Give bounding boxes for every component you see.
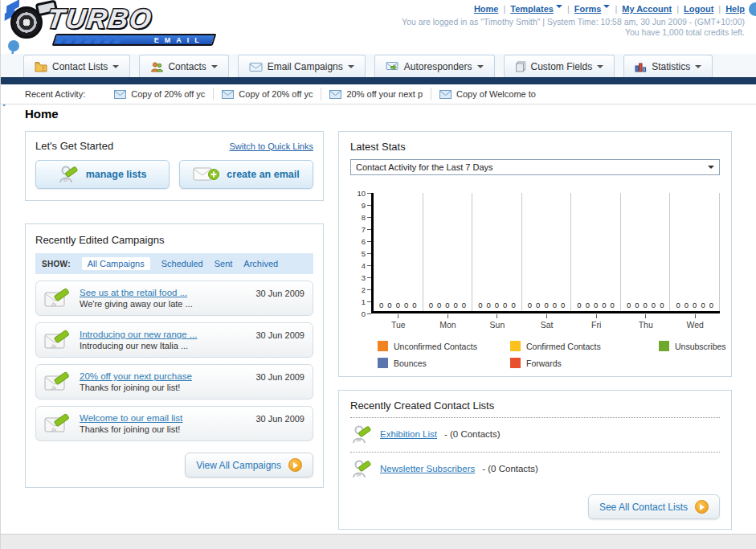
- campaign-subtitle: Thanks for joining our list!: [80, 383, 247, 392]
- create-email-button[interactable]: create an email: [179, 160, 313, 189]
- turbo-email-logo[interactable]: TURBO EMAIL: [6, 2, 223, 47]
- contact-list-link[interactable]: Exhibition List: [380, 429, 437, 439]
- chart-day-column: 00000: [522, 193, 572, 311]
- nav-link-templates[interactable]: Templates: [510, 4, 562, 14]
- envelope-icon: [249, 62, 263, 72]
- recent-activity-label: Recent Activity:: [25, 89, 85, 99]
- filter-archived[interactable]: Archived: [243, 259, 278, 268]
- campaign-title-link[interactable]: 20% off your next purchase: [80, 371, 247, 381]
- tab-autoresponders[interactable]: Autoresponders: [374, 55, 495, 78]
- campaign-title-link[interactable]: See us at the retail food ...: [80, 288, 247, 297]
- filter-scheduled[interactable]: Scheduled: [161, 259, 203, 268]
- campaign-date: 30 Jun 2009: [255, 414, 304, 424]
- campaign-row[interactable]: See us at the retail food ... We're givi…: [35, 281, 313, 316]
- y-tick-label: 3: [362, 273, 366, 282]
- legend-swatch: [378, 341, 388, 351]
- chart-legend: Unconfirmed ContactsConfirmed ContactsUn…: [378, 341, 720, 368]
- y-tick-label: 2: [362, 285, 366, 294]
- stats-range-select[interactable]: Contact Activity for the Last 7 Days: [350, 159, 720, 175]
- data-value-label: 0: [396, 301, 400, 309]
- create-email-label: create an email: [227, 169, 299, 180]
- nav-link-help[interactable]: Help: [725, 4, 745, 14]
- y-tick-label: 0: [362, 309, 366, 318]
- tab-contact-lists[interactable]: Contact Lists: [23, 55, 130, 78]
- recent-activity-item[interactable]: 20% off your next p: [321, 88, 431, 100]
- envelope-icon: [439, 90, 452, 99]
- contact-list-link[interactable]: Newsletter Subscribers: [380, 464, 475, 473]
- filter-all-campaigns[interactable]: All Campaigns: [82, 257, 150, 270]
- data-value-label: 0: [701, 301, 705, 309]
- nav-separator: |: [718, 4, 721, 14]
- arrow-right-icon: [695, 500, 709, 514]
- campaign-date: 30 Jun 2009: [255, 330, 304, 340]
- y-tick-label: 8: [362, 213, 366, 222]
- campaign-title-link[interactable]: Introducing our new range ...: [80, 330, 247, 339]
- data-value-label: 0: [429, 301, 433, 309]
- data-value-label: 0: [684, 301, 689, 309]
- x-tick-label: Fri: [571, 314, 621, 330]
- data-value-label: 0: [445, 301, 449, 309]
- chart-day-column: 00000: [374, 193, 423, 311]
- campaign-title-link[interactable]: Welcome to our email list: [80, 413, 247, 423]
- data-value-label: 0: [495, 301, 499, 309]
- tab-label: Statistics: [652, 61, 690, 72]
- nav-link-logout[interactable]: Logout: [684, 4, 713, 14]
- latest-stats-title: Latest Stats: [350, 141, 720, 153]
- data-value-label: 0: [511, 301, 515, 309]
- caret-down-icon: [556, 5, 562, 11]
- tab-statistics[interactable]: Statistics: [623, 55, 713, 78]
- chart-y-axis: 012345678910: [350, 193, 371, 313]
- people-icon: [150, 61, 163, 72]
- y-tick-label: 4: [362, 261, 366, 270]
- data-value-label: 0: [487, 301, 491, 309]
- envelope-plus-icon: [193, 166, 220, 183]
- nav-separator: |: [615, 4, 617, 14]
- caret-down-icon: [211, 65, 218, 72]
- recent-activity-item[interactable]: Copy of Welcome to: [431, 88, 544, 100]
- contact-list-item[interactable]: Exhibition List - (0 Contacts): [350, 418, 720, 450]
- campaign-row[interactable]: Welcome to our email list Thanks for joi…: [35, 406, 313, 441]
- nav-link-my-account[interactable]: My Account: [622, 4, 672, 14]
- data-value-label: 0: [644, 301, 648, 309]
- switch-quick-links-link[interactable]: Switch to Quick Links: [229, 141, 313, 151]
- contact-list-item[interactable]: Newsletter Subscribers - (0 Contacts): [350, 453, 720, 485]
- nav-link-forms[interactable]: Forms: [574, 4, 611, 14]
- nav-link-home[interactable]: Home: [474, 4, 499, 14]
- campaign-row[interactable]: 20% off your next purchase Thanks for jo…: [35, 364, 313, 399]
- data-value-label: 0: [594, 301, 598, 309]
- y-tick-label: 5: [362, 249, 366, 258]
- see-all-contact-lists-button[interactable]: See All Contact Lists: [588, 494, 720, 519]
- recent-campaigns-panel: Recently Edited Campaigns SHOW: All Camp…: [25, 223, 324, 488]
- manage-lists-button[interactable]: manage lists: [35, 160, 170, 189]
- data-value-label: 0: [536, 301, 540, 309]
- view-all-campaigns-button[interactable]: View All Campaigns: [185, 453, 313, 477]
- envelope-pencil-icon: [44, 329, 72, 351]
- recent-activity-item[interactable]: Copy of 20% off yc: [214, 88, 321, 100]
- filter-sent[interactable]: Sent: [215, 259, 233, 268]
- latest-stats-panel: Latest Stats Contact Activity for the La…: [338, 131, 732, 377]
- campaign-subtitle: We're giving away our late ...: [80, 299, 247, 309]
- campaign-row[interactable]: Introducing our new range ... Introducin…: [35, 322, 313, 358]
- recent-activity-item[interactable]: Copy of 20% off yc: [106, 88, 214, 100]
- data-value-label: 0: [503, 301, 507, 309]
- recent-contact-lists-title: Recently Created Contact Lists: [350, 399, 720, 412]
- y-tick-label: 1: [362, 297, 366, 306]
- legend-item: Unconfirmed Contacts: [378, 341, 510, 351]
- tab-email-campaigns[interactable]: Email Campaigns: [238, 55, 366, 78]
- data-value-label: 0: [553, 301, 557, 309]
- data-value-label: 0: [561, 301, 565, 309]
- data-value-label: 0: [627, 301, 631, 309]
- data-value-label: 0: [404, 301, 408, 309]
- envelope-icon: [114, 90, 126, 99]
- envelope-pencil-icon: [44, 287, 72, 309]
- x-tick-label: Sun: [472, 314, 522, 330]
- contact-list-count: - (0 Contacts): [444, 429, 501, 439]
- recent-contact-lists-panel: Recently Created Contact Lists Exhibitio…: [338, 390, 732, 530]
- campaign-filter-bar: SHOW: All Campaigns Scheduled Sent Archi…: [35, 253, 313, 274]
- tab-label: Email Campaigns: [268, 61, 343, 72]
- campaign-date: 30 Jun 2009: [255, 289, 304, 298]
- tab-contacts[interactable]: Contacts: [139, 55, 228, 78]
- tab-custom-fields[interactable]: Custom Fields: [504, 55, 615, 78]
- caret-down-icon: [477, 65, 484, 72]
- person-pencil-icon: [352, 424, 373, 445]
